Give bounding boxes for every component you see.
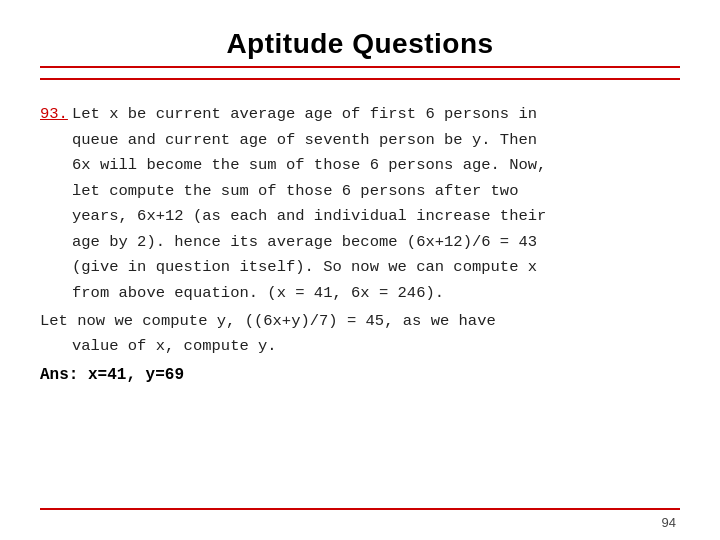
let-line-2: value of x, compute y. <box>40 334 680 360</box>
footer-line <box>40 508 680 510</box>
question-first-line: 93. Let x be current average age of firs… <box>40 102 680 128</box>
question-line-3: 6x will become the sum of those 6 person… <box>40 153 680 179</box>
question-line-1: Let x be current average age of first 6 … <box>72 102 537 128</box>
content-area: 93. Let x be current average age of firs… <box>40 80 680 508</box>
question-line-4: let compute the sum of those 6 persons a… <box>40 179 680 205</box>
let-line-1: Let now we compute y, ((6x+y)/7) = 45, a… <box>40 309 680 335</box>
header-underline <box>40 66 680 68</box>
slide-title: Aptitude Questions <box>40 28 680 60</box>
question-line-7: (give in question itself). So now we can… <box>40 255 680 281</box>
question-line-8: from above equation. (x = 41, 6x = 246). <box>40 281 680 307</box>
question-line-2: queue and current age of seventh person … <box>40 128 680 154</box>
page-number: 94 <box>662 515 676 530</box>
header-area: Aptitude Questions <box>40 0 680 80</box>
question-line-5: years, 6x+12 (as each and individual inc… <box>40 204 680 230</box>
slide-container: Aptitude Questions 93. Let x be current … <box>0 0 720 540</box>
answer-line: Ans: x=41, y=69 <box>40 362 680 388</box>
question-block: 93. Let x be current average age of firs… <box>40 102 680 388</box>
question-line-6: age by 2). hence its average become (6x+… <box>40 230 680 256</box>
question-number: 93. <box>40 102 72 128</box>
